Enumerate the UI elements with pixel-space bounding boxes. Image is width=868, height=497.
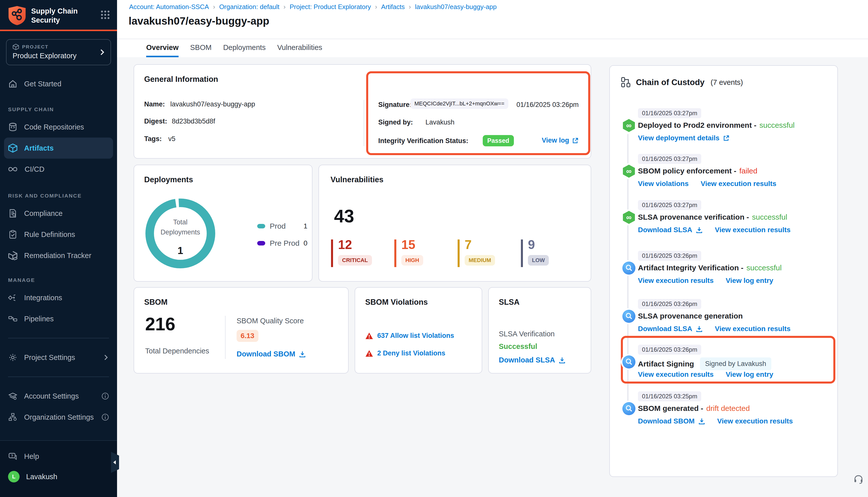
breadcrumb-separator: › xyxy=(409,3,411,11)
legend-label: Prod xyxy=(270,222,285,230)
scan-event-icon xyxy=(622,355,635,368)
deny-list-violations: 2 Deny list Violations xyxy=(365,350,445,357)
download-slsa-label[interactable]: Download SLSA xyxy=(499,356,555,364)
breadcrumb-organization[interactable]: Organization: default xyxy=(219,3,280,11)
support-headset-icon[interactable] xyxy=(853,474,864,485)
download-slsa-link[interactable]: Download SLSA xyxy=(499,356,565,364)
sidebar-item-label: Project Settings xyxy=(24,353,75,362)
account-settings-icon xyxy=(8,391,17,401)
sidebar-collapse-handle[interactable] xyxy=(111,452,119,473)
vertical-divider xyxy=(364,100,364,146)
sidebar-item-label: Code Repositories xyxy=(24,123,84,131)
event-status: successful xyxy=(746,264,782,272)
breadcrumb-project[interactable]: Project: Product Exploratory xyxy=(290,3,371,11)
pre-prod-swatch xyxy=(257,241,265,245)
download-sbom-link[interactable]: Download SBOM xyxy=(237,350,306,358)
view-execution-results-link[interactable]: View execution results xyxy=(717,417,793,425)
sbom-card: SBOM 216 Total Dependencies SBOM Quality… xyxy=(134,287,349,373)
download-sbom-link[interactable]: Download SBOM xyxy=(638,417,705,425)
card-title: Vulnerabilities xyxy=(331,175,383,184)
sidebar-item-cicd[interactable]: CI/CD xyxy=(0,159,117,180)
sidebar-section-supply-chain: SUPPLY CHAIN xyxy=(0,102,117,116)
severity-badge: CRITICAL xyxy=(338,255,372,266)
signature-value[interactable]: MEQCICde2VjIT...bL+2+mqnOXw== xyxy=(410,98,508,109)
view-log-link[interactable]: View log xyxy=(542,137,579,144)
severity-count: 7 xyxy=(465,238,472,252)
sidebar-item-rule-definitions[interactable]: Rule Definitions xyxy=(0,224,117,245)
sidebar-divider xyxy=(8,377,109,377)
donut-total-value: 1 xyxy=(145,245,215,256)
signature-timestamp: 01/16/2025 03:26pm xyxy=(516,101,579,109)
download-slsa-link[interactable]: Download SLSA xyxy=(638,325,703,333)
sidebar-item-code-repositories[interactable]: Code Repositories xyxy=(0,116,117,138)
view-execution-results-link[interactable]: View execution results xyxy=(638,370,714,379)
event-status: successful xyxy=(759,121,795,129)
chain-event-sbom-policy: 01/16/2025 03:27pm ∞ SBOM policy enforce… xyxy=(638,154,828,164)
home-icon xyxy=(8,79,17,89)
sidebar-item-project-settings[interactable]: Project Settings xyxy=(0,347,117,368)
card-title: SBOM xyxy=(144,298,168,307)
tab-deployments[interactable]: Deployments xyxy=(223,39,265,57)
integrity-status-label: Integrity Verification Status: xyxy=(378,137,468,145)
breadcrumb-current[interactable]: lavakush07/easy-buggy-app xyxy=(415,3,496,11)
breadcrumb-account[interactable]: Account: Automation-SSCA xyxy=(129,3,209,11)
app-grid-icon[interactable] xyxy=(100,10,110,19)
sidebar-item-compliance[interactable]: Compliance xyxy=(0,203,117,224)
view-execution-results-link[interactable]: View execution results xyxy=(638,276,714,285)
view-deployment-details-link[interactable]: View deployment details xyxy=(638,134,730,142)
severity-count: 15 xyxy=(401,238,416,252)
legend-pre-prod: Pre Prod 0 xyxy=(257,239,307,247)
breadcrumb-artifacts[interactable]: Artifacts xyxy=(381,3,405,11)
total-dependencies-label: Total Dependencies xyxy=(145,347,209,355)
slsa-verification-status: Successful xyxy=(499,342,537,351)
view-execution-results-link[interactable]: View execution results xyxy=(715,325,790,333)
view-execution-results-link[interactable]: View execution results xyxy=(701,180,776,188)
integrations-icon xyxy=(8,293,17,302)
sidebar-item-organization-settings[interactable]: Organization Settings xyxy=(0,407,117,428)
chain-of-custody-header: Chain of Custody (7 events) xyxy=(621,77,743,88)
download-icon xyxy=(696,226,703,233)
chain-event-artifact-integrity: 01/16/2025 03:26pm Artifact Integrity Ve… xyxy=(638,251,828,261)
download-slsa-link[interactable]: Download SLSA xyxy=(638,226,703,234)
project-selector[interactable]: PROJECT Product Exploratory xyxy=(6,39,111,65)
sidebar-item-remediation-tracker[interactable]: Remediation Tracker xyxy=(0,245,117,266)
view-execution-results-link[interactable]: View execution results xyxy=(715,226,790,234)
sidebar-item-account-settings[interactable]: Account Settings xyxy=(0,386,117,407)
severity-bar xyxy=(331,240,333,267)
chain-event-artifact-signing: 01/16/2025 03:26pm Artifact SigningSigne… xyxy=(638,344,828,355)
sidebar-accent-divider xyxy=(0,30,117,31)
sidebar-item-artifacts[interactable]: Artifacts xyxy=(4,138,113,159)
sidebar-item-pipelines[interactable]: Pipelines xyxy=(0,308,117,329)
sidebar-section-manage: MANAGE xyxy=(0,273,117,287)
help-chat-icon: ? xyxy=(8,452,17,461)
name-value: lavakush07/easy-buggy-app xyxy=(170,100,255,108)
allow-list-violations-link[interactable]: 637 Allow list Violations xyxy=(377,332,454,340)
download-sbom-label[interactable]: Download SBOM xyxy=(237,350,295,358)
event-title: SLSA provenance generation xyxy=(638,312,743,320)
view-log-entry-link[interactable]: View log entry xyxy=(726,370,773,379)
event-title: Artifact Signing xyxy=(638,360,694,368)
sidebar-item-label: CI/CD xyxy=(25,165,44,173)
chain-event-sbom-generated: 01/16/2025 03:25pm SBOM generated -drift… xyxy=(638,391,828,401)
compliance-icon xyxy=(8,209,17,218)
remediation-tracker-icon xyxy=(8,251,17,260)
tab-vulnerabilities[interactable]: Vulnerabilities xyxy=(277,39,322,57)
tab-sbom[interactable]: SBOM xyxy=(190,39,211,57)
sidebar-item-integrations[interactable]: Integrations xyxy=(0,287,117,308)
view-log-entry-link[interactable]: View log entry xyxy=(726,276,773,285)
view-log-label[interactable]: View log xyxy=(542,137,569,144)
legend-value: 1 xyxy=(304,222,307,230)
donut-center-label: Total xyxy=(145,218,215,226)
tab-bar: Overview SBOM Deployments Vulnerabilitie… xyxy=(146,39,322,57)
sidebar-item-label: Get Started xyxy=(24,80,61,88)
code-repositories-icon xyxy=(8,122,17,132)
sidebar-item-get-started[interactable]: Get Started xyxy=(0,73,117,94)
view-violations-link[interactable]: View violations xyxy=(638,180,689,188)
sidebar-item-help[interactable]: ? Help xyxy=(0,446,117,467)
severity-badge: MEDIUM xyxy=(465,255,495,266)
tab-overview[interactable]: Overview xyxy=(146,39,179,57)
user-menu[interactable]: L Lavakush xyxy=(0,467,117,486)
sidebar-header: Supply Chain Security xyxy=(0,0,117,30)
event-timestamp: 01/16/2025 03:26pm xyxy=(638,345,701,355)
deny-list-violations-link[interactable]: 2 Deny list Violations xyxy=(377,350,445,357)
